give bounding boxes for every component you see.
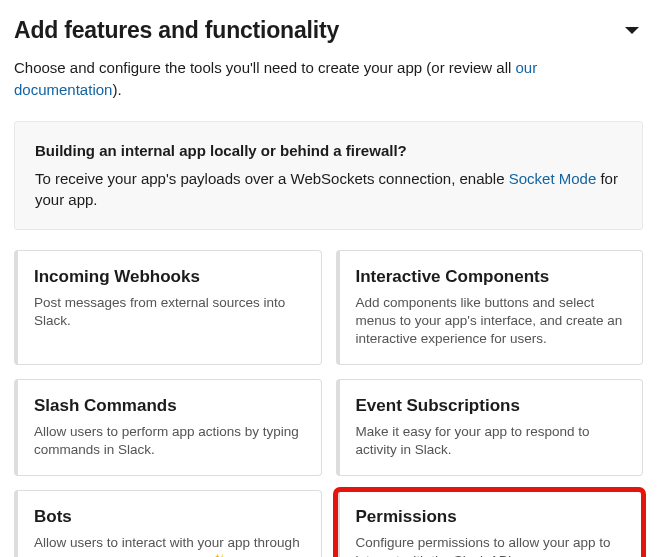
card-desc: Allow users to interact with your app th… — [34, 534, 305, 557]
card-incoming-webhooks[interactable]: Incoming Webhooks Post messages from ext… — [14, 250, 322, 365]
section-title: Add features and functionality — [14, 14, 339, 47]
card-permissions[interactable]: Permissions Configure permissions to all… — [336, 490, 644, 557]
intro-suffix: ). — [112, 81, 121, 98]
section-intro: Choose and configure the tools you'll ne… — [14, 57, 643, 101]
card-bots[interactable]: Bots Allow users to interact with your a… — [14, 490, 322, 557]
card-title: Bots — [34, 505, 305, 530]
notice-heading: Building an internal app locally or behi… — [35, 140, 622, 162]
card-desc: Allow users to perform app actions by ty… — [34, 423, 305, 459]
section-header[interactable]: Add features and functionality — [14, 14, 643, 47]
notice-body-prefix: To receive your app's payloads over a We… — [35, 170, 509, 187]
card-desc-text: Allow users to interact with your app th… — [34, 535, 300, 557]
card-event-subscriptions[interactable]: Event Subscriptions Make it easy for you… — [336, 379, 644, 476]
notice-body: To receive your app's payloads over a We… — [35, 168, 622, 212]
card-desc: Add components like buttons and select m… — [356, 294, 627, 349]
card-title: Incoming Webhooks — [34, 265, 305, 290]
chevron-down-icon[interactable] — [625, 27, 639, 34]
card-desc: Post messages from external sources into… — [34, 294, 305, 330]
card-interactive-components[interactable]: Interactive Components Add components li… — [336, 250, 644, 365]
card-slash-commands[interactable]: Slash Commands Allow users to perform ap… — [14, 379, 322, 476]
card-desc: Make it easy for your app to respond to … — [356, 423, 627, 459]
card-title: Permissions — [356, 505, 627, 530]
card-title: Slash Commands — [34, 394, 305, 419]
sparkle-icon: ✨ — [211, 552, 228, 557]
card-title: Interactive Components — [356, 265, 627, 290]
feature-cards-grid: Incoming Webhooks Post messages from ext… — [14, 250, 643, 557]
card-title: Event Subscriptions — [356, 394, 627, 419]
socket-mode-notice: Building an internal app locally or behi… — [14, 121, 643, 230]
socket-mode-link[interactable]: Socket Mode — [509, 170, 597, 187]
card-desc: Configure permissions to allow your app … — [356, 534, 627, 557]
intro-prefix: Choose and configure the tools you'll ne… — [14, 59, 516, 76]
